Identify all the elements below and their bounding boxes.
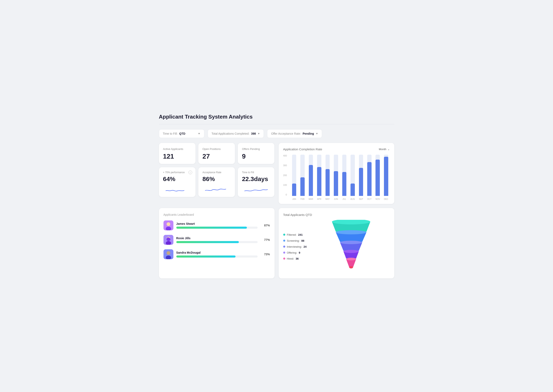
leaderboard-pct: 87% — [263, 224, 270, 227]
svg-point-7 — [167, 251, 170, 255]
page-title: Applicant Tracking System Analytics — [159, 114, 394, 120]
stats-row: Active Applicants121Open Positions27Offe… — [159, 143, 274, 164]
leaderboard-pct: 77% — [263, 238, 270, 241]
leaderboard-pct: 73% — [263, 253, 270, 256]
leaderboard-list: James Stwart 87% Rosie Jills 77% — [164, 220, 270, 259]
progress-bar-bg — [176, 227, 258, 229]
y-axis: 4003002001000 — [283, 155, 287, 196]
chart-header: Application Completion Rate Month ⌄ — [283, 147, 390, 151]
progress-bar-fg — [176, 227, 247, 229]
leaderboard-item: Sandra McDougal 73% — [164, 249, 270, 259]
progress-bar-fg — [176, 255, 236, 258]
legend-item: Screening: 88 — [283, 239, 307, 242]
leaderboard-item: Rosie Jills 77% — [164, 235, 270, 245]
funnel-visual — [313, 220, 390, 273]
svg-point-10 — [336, 230, 366, 234]
legend-dot — [283, 258, 285, 260]
bar-group — [366, 155, 373, 196]
legend-item: Interviewing: 24 — [283, 245, 307, 248]
leaderboard-name: Rosie Jills — [176, 237, 258, 240]
progress-bar-fg — [176, 241, 239, 243]
leaderboard-name: James Stwart — [176, 222, 258, 225]
legend-item: Filtered: 241 — [283, 233, 307, 236]
filter-dropdown[interactable]: Total Applications Completed: 398▼ — [208, 129, 264, 138]
bar-chart — [291, 155, 390, 196]
stat-card: Offers Pending9 — [238, 143, 274, 164]
svg-point-12 — [344, 250, 359, 253]
bar-group — [358, 155, 365, 196]
completion-rate-chart-card: Application Completion Rate Month ⌄ 4003… — [279, 143, 394, 204]
stat-card: Active Applicants121 — [159, 143, 195, 164]
funnel-card: Total Applicants QTD Filtered: 241 Scree… — [279, 208, 394, 278]
leaderboard-info: Rosie Jills — [176, 237, 258, 243]
avatar — [164, 249, 173, 259]
dashboard: Applicant Tracking System Analytics Time… — [153, 107, 401, 285]
leaderboard-title: Applicants Leaderboard — [164, 213, 270, 216]
legend-dot — [283, 234, 285, 236]
progress-bar-bg — [176, 255, 258, 258]
perf-row: i + 70% performance 64% Acceptance Rate … — [159, 167, 274, 197]
sparkline — [163, 185, 191, 193]
svg-point-14 — [349, 266, 353, 268]
leaderboard-card: Applicants Leaderboard James Stwart 87% … — [159, 208, 274, 278]
bar-group — [316, 155, 323, 196]
filters-row: Time to Fill: QTD▼Total Applications Com… — [159, 129, 394, 138]
bar-group — [341, 155, 348, 196]
perf-card: Acceptance Rate 86% — [198, 167, 235, 197]
legend-item: Hired: 36 — [283, 257, 307, 260]
svg-point-1 — [167, 222, 170, 226]
leaderboard-info: Sandra McDougal — [176, 251, 258, 258]
month-selector[interactable]: Month ⌄ — [379, 148, 389, 151]
funnel-legend: Filtered: 241 Screening: 88 Interviewing… — [283, 233, 307, 260]
progress-bar-bg — [176, 241, 258, 243]
svg-point-13 — [346, 258, 356, 260]
bar-group — [324, 155, 331, 196]
sparkline — [242, 185, 270, 193]
left-column: Active Applicants121Open Positions27Offe… — [159, 143, 274, 204]
legend-dot — [283, 240, 285, 242]
right-column: Application Completion Rate Month ⌄ 4003… — [279, 143, 394, 204]
info-icon[interactable]: i — [188, 170, 192, 174]
bar-group — [299, 155, 306, 196]
funnel-title: Total Applicants QTD — [283, 213, 390, 217]
bar-group — [382, 155, 389, 196]
leaderboard-name: Sandra McDougal — [176, 251, 258, 254]
leaderboard-info: James Stwart — [176, 222, 258, 229]
bar-group — [291, 155, 298, 196]
sparkline — [202, 185, 231, 193]
avatar — [164, 235, 173, 245]
bar-group — [307, 155, 314, 196]
bar-group — [374, 155, 381, 196]
stat-card: Open Positions27 — [198, 143, 235, 164]
bar-group — [349, 155, 356, 196]
svg-point-11 — [340, 241, 362, 244]
funnel-svg — [328, 220, 374, 273]
leaderboard-item: James Stwart 87% — [164, 220, 270, 230]
perf-card: i + 70% performance 64% — [159, 167, 195, 197]
chart-title: Application Completion Rate — [283, 147, 322, 151]
filter-dropdown[interactable]: Offer Acceptance Rate: Pending▼ — [267, 129, 322, 138]
filter-dropdown[interactable]: Time to Fill: QTD▼ — [159, 129, 204, 138]
legend-dot — [283, 252, 285, 254]
divider — [159, 124, 394, 124]
legend-dot — [283, 245, 285, 248]
bar-group — [332, 155, 339, 196]
funnel-content: Filtered: 241 Screening: 88 Interviewing… — [283, 220, 390, 273]
perf-card: Time to Fill 22.3days — [238, 167, 274, 197]
legend-item: Offering: 9 — [283, 251, 307, 254]
avatar — [164, 220, 173, 230]
